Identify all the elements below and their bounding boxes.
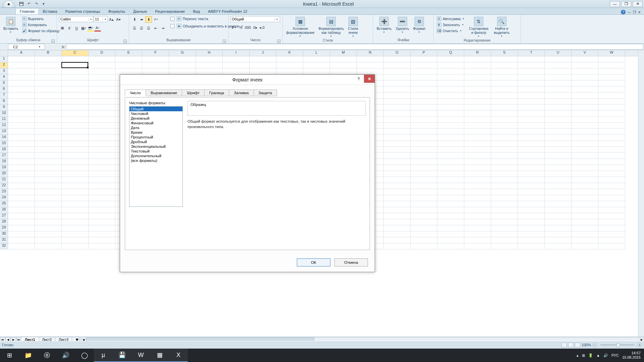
cell[interactable] [62, 219, 89, 225]
cell[interactable] [598, 201, 625, 207]
cell[interactable] [8, 177, 35, 183]
cell[interactable] [411, 123, 437, 129]
cell[interactable] [384, 213, 411, 219]
cell[interactable] [464, 141, 491, 147]
fill-button[interactable]: ⬇Заполнить▾ [436, 22, 465, 27]
close-workbook-button[interactable]: ✕ [638, 10, 641, 14]
cell[interactable] [8, 129, 35, 135]
decrease-indent-icon[interactable]: ⇤ [152, 25, 159, 32]
row-header[interactable]: 3 [0, 68, 8, 74]
cell[interactable] [491, 62, 518, 68]
cell[interactable] [62, 165, 89, 171]
row-header[interactable]: 23 [0, 189, 8, 195]
cell[interactable] [545, 74, 572, 80]
cell[interactable] [8, 225, 35, 231]
cell[interactable] [545, 225, 572, 231]
tray-battery-icon[interactable]: 🔋 [588, 353, 593, 358]
cell[interactable] [437, 117, 464, 123]
cell[interactable] [8, 165, 35, 171]
row-header[interactable]: 2 [0, 62, 8, 68]
cell[interactable] [464, 171, 491, 177]
row-header[interactable]: 31 [0, 237, 8, 243]
cell[interactable] [491, 225, 518, 231]
cell[interactable] [598, 183, 625, 189]
cell[interactable] [437, 201, 464, 207]
cell[interactable] [464, 56, 491, 62]
cell[interactable] [437, 159, 464, 165]
cell[interactable] [62, 141, 89, 147]
cell[interactable] [545, 231, 572, 237]
format-list-item[interactable]: Экспоненциальный [129, 144, 182, 149]
cell[interactable] [491, 135, 518, 141]
cell[interactable] [196, 62, 223, 68]
cell[interactable] [437, 225, 464, 231]
cell[interactable] [572, 62, 598, 68]
cell[interactable] [491, 237, 518, 243]
cell[interactable] [437, 141, 464, 147]
cell[interactable] [437, 129, 464, 135]
align-top-icon[interactable]: ⬆ [131, 16, 138, 23]
cell[interactable] [491, 141, 518, 147]
cell[interactable] [491, 93, 518, 99]
vertical-scrollbar[interactable] [638, 50, 644, 337]
dialog-help-button[interactable]: ? [353, 75, 364, 83]
cell[interactable] [545, 213, 572, 219]
row-header[interactable]: 8 [0, 99, 8, 105]
cell[interactable] [572, 153, 598, 159]
dialog-tab-number[interactable]: Число [125, 89, 146, 96]
cell[interactable] [384, 56, 411, 62]
cell[interactable] [411, 219, 437, 225]
cell[interactable] [491, 243, 518, 249]
cell[interactable] [518, 201, 545, 207]
autosum-button[interactable]: ΣАвтосумма▾ [436, 16, 465, 21]
cell[interactable] [491, 177, 518, 183]
cell[interactable] [330, 56, 357, 62]
cell[interactable] [598, 159, 625, 165]
dialog-tab-fill[interactable]: Заливка [229, 89, 254, 96]
row-header[interactable]: 1 [0, 56, 8, 62]
cell[interactable] [491, 195, 518, 201]
cell[interactable] [598, 68, 625, 74]
cell[interactable] [572, 56, 598, 62]
row-header[interactable]: 28 [0, 219, 8, 225]
cell[interactable] [411, 99, 437, 105]
qat-customize-dropdown[interactable]: ▾ [40, 1, 47, 7]
cell[interactable] [598, 165, 625, 171]
cell[interactable] [598, 135, 625, 141]
cell[interactable] [250, 62, 276, 68]
cell[interactable] [464, 177, 491, 183]
cell[interactable] [545, 80, 572, 86]
fx-icon[interactable]: fx [62, 45, 65, 49]
word-icon[interactable]: W [131, 349, 150, 362]
cell[interactable] [89, 219, 115, 225]
cell[interactable] [115, 62, 142, 68]
cell[interactable] [572, 74, 598, 80]
cell[interactable] [115, 56, 142, 62]
row-header[interactable]: 9 [0, 105, 8, 111]
clipboard-launcher[interactable]: ↘ [51, 40, 55, 43]
cell[interactable] [545, 141, 572, 147]
cell[interactable] [35, 111, 62, 117]
cell[interactable] [223, 68, 250, 74]
cell[interactable] [598, 74, 625, 80]
cell[interactable] [437, 68, 464, 74]
cell[interactable] [384, 183, 411, 189]
cell[interactable] [464, 237, 491, 243]
cell[interactable] [491, 213, 518, 219]
cell[interactable] [384, 62, 411, 68]
format-list-item[interactable]: (все форматы) [129, 158, 182, 163]
column-header[interactable]: T [518, 50, 545, 56]
cell[interactable] [545, 189, 572, 195]
dialog-tab-protection[interactable]: Защита [254, 89, 277, 96]
cell[interactable] [464, 68, 491, 74]
cell[interactable] [437, 123, 464, 129]
fill-color-button[interactable]: ⬒▾ [87, 25, 94, 32]
start-button[interactable]: ⊞ [0, 349, 19, 362]
cell[interactable] [384, 105, 411, 111]
cell[interactable] [62, 117, 89, 123]
help-button[interactable]: ? [621, 10, 626, 14]
cell[interactable] [572, 159, 598, 165]
cell[interactable] [598, 62, 625, 68]
cell[interactable] [518, 123, 545, 129]
column-header[interactable]: U [545, 50, 572, 56]
